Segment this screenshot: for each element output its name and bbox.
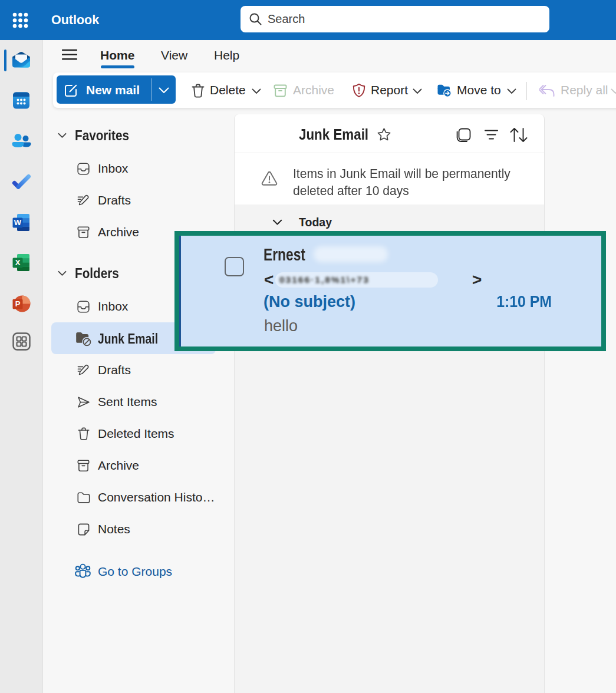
svg-text:W: W: [14, 218, 22, 227]
svg-text:P: P: [15, 299, 21, 308]
svg-text:X: X: [15, 258, 21, 267]
